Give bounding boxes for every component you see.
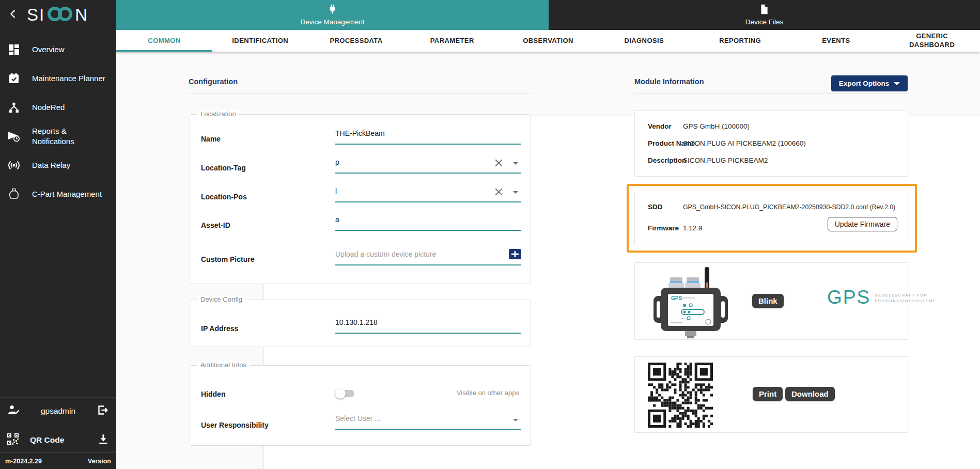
download-button[interactable]: Download (785, 387, 835, 401)
gps-logo-subtext: GESELLSCHAFT FÜR PRODUKTIONSSYSTEME (875, 293, 937, 304)
tab-processdata[interactable]: PROCESSDATA (308, 30, 405, 52)
sidebar-item-label: Data Relay (32, 160, 70, 170)
field-label-location-pos: Location-Pos (201, 193, 247, 201)
sidebar-item-label: C-Part Management (32, 189, 102, 199)
top-tab-device-management[interactable]: Device Management (116, 0, 549, 30)
location-tag-field (335, 157, 521, 174)
qr-code-label: QR Code (30, 435, 98, 445)
calendar-check-icon (7, 73, 21, 84)
sidebar-item-maintenance-planner[interactable]: Maintenance Planner (0, 64, 116, 93)
tab-common[interactable]: COMMON (116, 30, 212, 52)
sidebar-item-label: NodeRed (32, 102, 65, 113)
vendor-value: GPS GmbH (100000) (683, 122, 750, 130)
fieldset-localization: Localization Name Location-Tag Location-… (190, 114, 531, 284)
fieldset-legend: Localization (197, 110, 239, 118)
qr-code-row[interactable]: QR Code (0, 428, 116, 452)
sidebar-item-label: Overview (32, 44, 65, 55)
dropdown-caret-icon[interactable] (513, 191, 518, 194)
sdd-firmware-card: SDD GPS_GmbH-SICON.PLUG_PICKBEAM2-202509… (634, 191, 908, 245)
gps-logo-sub-line1: GESELLSCHAFT FÜR (875, 293, 937, 299)
download-icon (98, 437, 109, 446)
field-label-name: Name (201, 135, 221, 143)
top-tab-label: Device Files (745, 18, 784, 26)
select-caret-icon (513, 419, 518, 421)
section-title-module-information: Module Information (634, 77, 704, 86)
select-placeholder: Select User ... (335, 413, 521, 423)
dropdown-caret-icon[interactable] (513, 162, 518, 165)
tab-events[interactable]: EVENTS (788, 30, 884, 52)
field-label-asset-id: Asset-ID (201, 221, 230, 229)
field-label-ip-address: IP Address (201, 324, 238, 333)
sidebar-item-overview[interactable]: Overview (0, 35, 116, 64)
divider (189, 93, 531, 94)
version-bar: m-2024.2.29 Version (0, 452, 116, 469)
custom-picture-field (335, 249, 521, 265)
logo-text-right: N (75, 5, 88, 25)
tab-observation[interactable]: OBSERVATION (500, 30, 596, 52)
clear-icon[interactable] (495, 159, 503, 169)
wifi-tethering-icon (7, 160, 21, 170)
flask-icon (7, 188, 21, 200)
divider (634, 93, 908, 94)
logout-button[interactable] (97, 404, 109, 418)
logo-rings-icon (45, 5, 74, 25)
hidden-toggle[interactable] (335, 388, 356, 399)
version-value: m-2024.2.29 (5, 458, 42, 465)
tab-identification[interactable]: IDENTIFICATION (212, 30, 308, 52)
section-title-configuration: Configuration (189, 77, 238, 86)
ip-address-input[interactable] (335, 317, 521, 330)
sidebar-menu: Overview Maintenance Planner NodeRed Rep… (0, 35, 116, 209)
field-label-custom-picture: Custom Picture (201, 255, 254, 263)
sidebar-item-cpart-management[interactable]: C-Part Management (0, 180, 116, 209)
sidebar-item-label: Reports & Notifications (32, 126, 99, 147)
download-qr-button[interactable] (98, 433, 109, 447)
description-label: Description (648, 157, 686, 164)
device-picture-card: GPS Blink GPS GESELLSCHAFT FÜR PRODUKTIO… (634, 262, 908, 340)
add-picture-button[interactable] (509, 249, 521, 261)
name-field (335, 128, 521, 145)
field-label-location-tag: Location-Tag (201, 164, 246, 172)
qr-card: Print Download (634, 356, 908, 433)
sidebar-item-data-relay[interactable]: Data Relay (0, 151, 116, 180)
location-tag-input[interactable] (335, 157, 490, 169)
app-logo: SI N (27, 5, 88, 25)
fieldset-device-config: Device Config IP Address (190, 300, 531, 347)
tab-parameter[interactable]: PARAMETER (404, 30, 500, 52)
logo-text-left: SI (27, 5, 45, 25)
qr-code (648, 363, 713, 428)
clear-icon[interactable] (495, 188, 503, 198)
sidebar: SI N Overview Maintenance Planner (0, 0, 116, 469)
collapse-sidebar-button[interactable] (5, 7, 21, 23)
sidebar-item-label: Maintenance Planner (32, 73, 105, 84)
gps-logo-sub-line2: PRODUKTIONSSYSTEME (875, 299, 937, 304)
user-responsibility-select[interactable]: Select User ... (335, 413, 521, 430)
update-firmware-button[interactable]: Update Firmware (828, 217, 897, 231)
add-picture-icon (509, 252, 521, 261)
print-button[interactable]: Print (753, 387, 783, 401)
sidebar-item-nodered[interactable]: NodeRed (0, 93, 116, 122)
fieldset-legend: Additional Infos (197, 361, 250, 369)
top-tab-device-files[interactable]: Device Files (549, 0, 980, 30)
chevron-left-icon (7, 8, 19, 22)
fieldset-additional-infos: Additional Infos Hidden Visible on other… (190, 365, 531, 446)
asset-id-input[interactable] (335, 214, 521, 227)
export-options-button[interactable]: Export Options (831, 75, 908, 91)
svg-text:GPS: GPS (671, 295, 682, 301)
blink-button[interactable]: Blink (752, 294, 784, 308)
fieldset-legend: Device Config (197, 295, 245, 303)
name-input[interactable] (335, 128, 521, 140)
toggle-knob (335, 388, 346, 399)
tab-generic-dashboard[interactable]: GENERIC DASHBOARD (884, 30, 980, 52)
firmware-label: Firmware (648, 224, 679, 232)
gps-logo: GPS GESELLSCHAFT FÜR PRODUKTIONSSYSTEME (827, 289, 937, 306)
tab-diagnosis[interactable]: DIAGNOSIS (596, 30, 692, 52)
tab-reporting[interactable]: REPORTING (692, 30, 788, 52)
location-pos-input[interactable] (335, 186, 490, 198)
field-label-user-responsibility: User Responsibility (201, 421, 269, 429)
custom-picture-input[interactable] (335, 249, 501, 261)
description-value: SICON.PLUG PICKBEAM2 (683, 157, 768, 164)
version-label: Version (88, 458, 111, 465)
device-hub-icon (7, 102, 21, 113)
sidebar-item-reports-notifications[interactable]: Reports & Notifications (0, 122, 116, 151)
sidebar-header: SI N (0, 0, 116, 30)
